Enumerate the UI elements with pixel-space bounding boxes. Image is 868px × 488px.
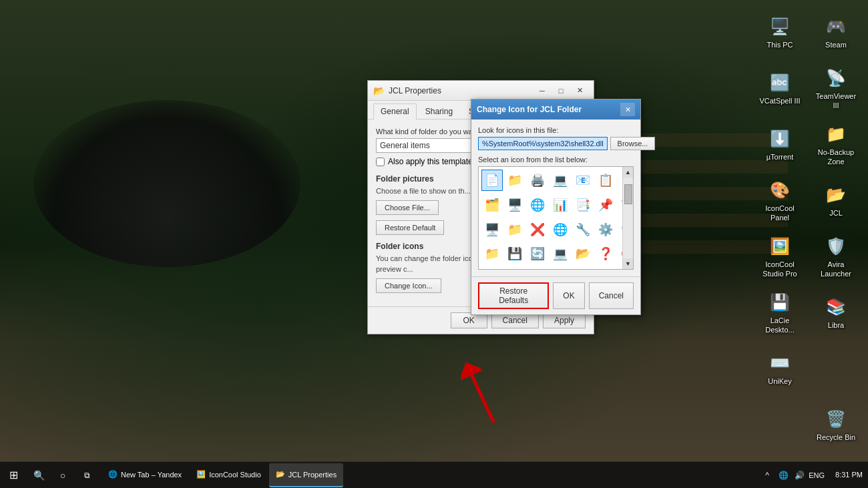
change-icon-titlebar[interactable]: Change Icon for JCL Folder ✕ [471, 99, 640, 119]
scroll-up-button[interactable]: ▲ [623, 167, 634, 178]
iconcool-taskbar-label: IconCool Studio [209, 471, 261, 479]
icon-item-3[interactable]: 💻 [550, 170, 571, 191]
desktop-icon-teamviewer[interactable]: 📡 TeamViewer III [809, 61, 863, 115]
desktop-icon-steam[interactable]: 🎮 Steam [809, 5, 863, 59]
desktop-icon-iconcool-studio[interactable]: 🖼️ IconCool Studio Pro [753, 230, 807, 283]
scroll-right-button[interactable]: ▶ [622, 270, 633, 270]
scroll-thumb[interactable] [624, 184, 632, 204]
tray-expand-icon[interactable]: ^ [761, 469, 774, 482]
icon-item-12[interactable]: 📌 [595, 194, 616, 216]
iconcool-studio-icon: 🖼️ [768, 234, 792, 258]
icon-item-26[interactable]: ❓ [595, 243, 616, 264]
tray-volume-icon[interactable]: 🔊 [793, 469, 806, 482]
icon-item-0[interactable]: 📄 [481, 170, 503, 191]
jcl-taskbar-label: JCL Properties [288, 471, 337, 479]
icon-item-23[interactable]: 🔄 [527, 243, 548, 264]
taskbar-app-jcl-properties[interactable]: 📂 JCL Properties [269, 463, 343, 487]
desktop-icon-avira[interactable]: 🛡️ Avira Launcher [809, 230, 863, 283]
icon-item-10[interactable]: 📊 [550, 194, 571, 216]
desktop-icon-jcl[interactable]: 📂 JCL [809, 174, 863, 227]
icon-item-7[interactable]: 🗂️ [481, 194, 503, 216]
also-apply-checkbox[interactable] [376, 158, 385, 166]
start-button[interactable]: ⊞ [0, 462, 27, 489]
icon-item-5[interactable]: 📋 [595, 170, 616, 191]
avira-icon: 🛡️ [824, 234, 848, 258]
taskbar-app-iconcool[interactable]: 🖼️ IconCool Studio [190, 463, 268, 487]
tab-general[interactable]: General [373, 103, 417, 119]
jcl-label: JCL [829, 209, 843, 218]
scroll-left-button[interactable]: ◀ [479, 270, 489, 270]
iconcool-panel-icon: 🎨 [768, 178, 792, 202]
choose-file-button[interactable]: Choose File... [376, 200, 439, 215]
change-icon-cancel-button[interactable]: Cancel [589, 282, 634, 309]
desktop: 🖥️ This PC 🎮 Steam 🔤 VCatSpell III 📡 Tea… [0, 0, 868, 488]
change-icon-ok-button[interactable]: OK [553, 282, 584, 309]
icons-scrollbar-h[interactable]: ◀ ▶ [479, 269, 633, 270]
no-backup-label: No-Backup Zone [812, 148, 860, 166]
icon-item-15[interactable]: 📁 [504, 219, 525, 240]
icon-item-8[interactable]: 🖥️ [504, 194, 525, 216]
file-path-input[interactable]: %SystemRoot%\system32\shell32.dll [478, 137, 608, 150]
scroll-track-h [489, 270, 622, 270]
icon-item-9[interactable]: 🌐 [527, 194, 548, 216]
browse-button[interactable]: Browse... [610, 137, 656, 150]
desktop-icon-lacie[interactable]: 💾 LaCie Deskto... [753, 286, 807, 339]
icon-item-17[interactable]: 🌐 [550, 219, 571, 240]
icon-item-2[interactable]: 🖨️ [527, 170, 548, 191]
system-tray: ^ 🌐 🔊 ENG [755, 469, 830, 482]
icons-inner-grid: 📄 📁 🖨️ 💻 📧 📋 🗄️ 🗂️ 🖥️ 🌐 📊 📑 📌 [479, 167, 633, 269]
change-icon-close-button[interactable]: ✕ [620, 103, 635, 116]
desktop-icon-this-pc[interactable]: 🖥️ This PC [753, 5, 807, 59]
jcl-taskbar-icon: 📂 [276, 470, 285, 479]
icon-item-16[interactable]: ❌ [527, 219, 548, 240]
jcl-titlebar[interactable]: 📂 JCL Properties ─ □ ✕ [368, 81, 594, 101]
icon-item-22[interactable]: 💾 [504, 243, 525, 264]
desktop-icon-unikey[interactable]: ⌨️ UniKey [753, 342, 807, 395]
taskbar-app-new-tab[interactable]: 🌐 New Tab – Yandex [101, 463, 188, 487]
desktop-icon-vcatspell[interactable]: 🔤 VCatSpell III [753, 61, 807, 115]
unikey-icon: ⌨️ [768, 351, 792, 375]
icon-item-21[interactable]: 📁 [481, 243, 503, 264]
desktop-icon-recycle-bin[interactable]: 🗑️ Recycle Bin [809, 398, 863, 451]
recycle-bin-icon: 🗑️ [824, 407, 848, 431]
utorrent-icon: ⬇️ [768, 127, 792, 151]
taskbar-clock[interactable]: 8:31 PM [830, 470, 868, 479]
icon-item-14[interactable]: 🖥️ [481, 219, 503, 240]
select-icon-label: Select an icon from the list below: [478, 156, 634, 164]
icon-item-1[interactable]: 📁 [504, 170, 525, 191]
minimize-button[interactable]: ─ [533, 83, 551, 98]
new-tab-icon: 🌐 [108, 470, 118, 479]
also-apply-label: Also apply this template [388, 157, 473, 166]
change-icon-button[interactable]: Change Icon... [376, 278, 441, 293]
lacie-icon: 💾 [768, 290, 792, 314]
task-view-button[interactable]: ⧉ [75, 462, 99, 489]
tray-lang-label: ENG [809, 471, 825, 479]
libra-label: Libra [828, 321, 844, 330]
icons-scrollbar-v[interactable]: ▲ ▼ [622, 167, 633, 269]
maximize-button[interactable]: □ [552, 83, 570, 98]
unikey-label: UniKey [768, 377, 791, 386]
search-button[interactable]: 🔍 [27, 462, 51, 489]
lacie-label: LaCie Deskto... [756, 316, 804, 334]
desktop-icon-iconcool-panel[interactable]: 🎨 IconCool Panel [753, 174, 807, 227]
restore-defaults-button[interactable]: Restore Defaults [478, 282, 549, 309]
change-icon-footer: Restore Defaults OK Cancel [471, 276, 640, 314]
icon-item-25[interactable]: 📂 [572, 243, 594, 264]
avira-label: Avira Launcher [812, 260, 860, 278]
restore-default-button[interactable]: Restore Default [376, 220, 444, 235]
icon-item-11[interactable]: 📑 [572, 194, 594, 216]
cortana-button[interactable]: ○ [51, 462, 75, 489]
tray-network-icon[interactable]: 🌐 [777, 469, 790, 482]
tab-sharing[interactable]: Sharing [418, 103, 460, 119]
close-button[interactable]: ✕ [571, 83, 588, 98]
desktop-icon-utorrent[interactable]: ⬇️ µTorrent [753, 117, 807, 171]
teamviewer-label: TeamViewer III [812, 92, 860, 109]
desktop-icon-no-backup[interactable]: 📁 No-Backup Zone [809, 117, 863, 171]
icon-item-24[interactable]: 💻 [550, 243, 571, 264]
icon-item-4[interactable]: 📧 [572, 170, 594, 191]
icon-item-19[interactable]: ⚙️ [595, 219, 616, 240]
scroll-down-button[interactable]: ▼ [623, 258, 634, 269]
icon-item-18[interactable]: 🔧 [572, 219, 594, 240]
desktop-icon-libra[interactable]: 📚 Libra [809, 286, 863, 339]
iconcool-studio-label: IconCool Studio Pro [756, 260, 804, 278]
